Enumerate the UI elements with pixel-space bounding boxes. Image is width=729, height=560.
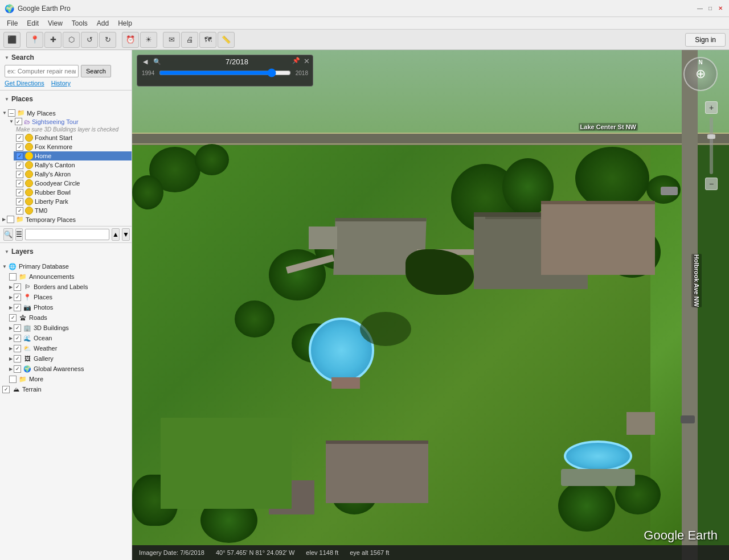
tree-borders[interactable]: ▶ 🏳 Borders and Labels	[7, 282, 132, 292]
home-checkbox[interactable]	[16, 153, 23, 160]
toolbar-polygon-btn[interactable]: ⬡	[63, 32, 80, 48]
tree-rubber-bowl[interactable]: Rubber Bowl	[14, 188, 132, 197]
global-awareness-checkbox[interactable]	[14, 365, 21, 373]
tree-tm0[interactable]: TM0	[14, 206, 132, 215]
search-button[interactable]: Search	[81, 65, 111, 77]
places-layer-checkbox[interactable]	[14, 294, 21, 301]
rubber-bowl-checkbox[interactable]	[16, 189, 23, 196]
tree-home[interactable]: Home	[14, 151, 132, 160]
photos-checkbox[interactable]	[14, 304, 21, 311]
weather-expand: ▶	[9, 346, 13, 351]
tree-gallery[interactable]: ▶ 🖼 Gallery	[7, 353, 132, 364]
satellite-background: Lake Center St NW Holbrook Ave NW	[132, 50, 729, 560]
terrain-checkbox[interactable]	[2, 386, 10, 393]
goodyear-checkbox[interactable]	[16, 180, 23, 187]
places-down-btn[interactable]: ▼	[122, 228, 130, 241]
menu-view[interactable]: View	[43, 18, 67, 28]
places-up-btn[interactable]: ▲	[112, 228, 120, 241]
places-section-header[interactable]: ▼ Places	[0, 93, 132, 105]
compass[interactable]: N ⊕	[683, 57, 718, 91]
tree-weather[interactable]: ▶ ⛅ Weather	[7, 343, 132, 353]
tree-places-layer[interactable]: ▶ 📍 Places	[7, 292, 132, 302]
tree-goodyear[interactable]: Goodyear Circle	[14, 179, 132, 188]
search-section-header[interactable]: ▼ Search	[5, 53, 127, 61]
announcements-checkbox[interactable]	[9, 273, 17, 281]
rallys-canton-checkbox[interactable]	[16, 162, 23, 169]
tree-temp-places[interactable]: ▶ 📁 Temporary Places	[0, 215, 132, 224]
rallys-akron-checkbox[interactable]	[16, 171, 23, 178]
toolbar-path-btn[interactable]: ✚	[44, 32, 62, 48]
gallery-checkbox[interactable]	[14, 355, 21, 363]
layers-section-header[interactable]: ▼ Layers	[0, 245, 132, 258]
get-directions-link[interactable]: Get Directions	[5, 80, 44, 87]
ocean-checkbox[interactable]	[14, 335, 21, 342]
tm0-icon	[25, 207, 33, 215]
timeline-slider[interactable]	[159, 68, 291, 77]
zoom-thumb[interactable]	[707, 134, 715, 139]
toolbar-tour-btn[interactable]: ↺	[81, 32, 98, 48]
tree-fox-kenmore[interactable]: Fox Kenmore	[14, 142, 132, 151]
tree-announcements[interactable]: 📁 Announcements	[7, 271, 132, 282]
tree-more[interactable]: 📁 More	[7, 374, 132, 384]
tree-sightseeing[interactable]: ▼ 🗁 Sightseeing Tour	[7, 117, 132, 126]
tree-primary-db[interactable]: ▼ 🌐 Primary Database	[0, 261, 132, 271]
zoom-out-btn[interactable]: −	[705, 178, 718, 190]
toolbar-placemark-btn[interactable]: 📍	[26, 32, 43, 48]
places-search-input[interactable]	[25, 229, 109, 240]
timeline-prev-btn[interactable]: ◀	[142, 58, 149, 65]
menu-help[interactable]: Help	[113, 18, 137, 28]
temp-places-checkbox[interactable]	[7, 216, 14, 223]
roads-checkbox[interactable]	[9, 314, 17, 322]
toolbar-squares-btn[interactable]: ⬛	[3, 32, 21, 48]
tree-my-places[interactable]: ▼ 📁 My Places	[0, 109, 132, 117]
signin-button[interactable]: Sign in	[685, 33, 726, 47]
places-list-btn[interactable]: ☰	[15, 228, 23, 241]
fox-kenmore-checkbox[interactable]	[16, 143, 23, 151]
close-button[interactable]: ✕	[716, 5, 724, 13]
timeline-zoom-out-btn[interactable]: 🔍	[152, 58, 162, 65]
maximize-button[interactable]: □	[706, 5, 714, 13]
timeline-close-btn[interactable]: ✕	[304, 57, 310, 65]
tree-3d-buildings[interactable]: ▶ 🏢 3D Buildings	[7, 323, 132, 333]
menu-edit[interactable]: Edit	[22, 18, 43, 28]
foxhunt-checkbox[interactable]	[16, 134, 23, 142]
zoom-in-btn[interactable]: +	[705, 101, 718, 114]
small-structure	[626, 412, 655, 435]
tm0-checkbox[interactable]	[16, 207, 23, 215]
toolbar-record-btn[interactable]: ↻	[99, 32, 116, 48]
menu-add[interactable]: Add	[92, 18, 113, 28]
history-link[interactable]: History	[51, 80, 71, 87]
toolbar-measure-btn[interactable]: 📏	[218, 32, 235, 48]
toolbar-print-btn[interactable]: 🖨	[181, 32, 198, 48]
my-places-checkbox[interactable]	[8, 109, 15, 117]
toolbar-sun-btn[interactable]: ☀	[140, 32, 157, 48]
timeline-pin-btn[interactable]: 📌	[292, 57, 300, 64]
3d-buildings-expand: ▶	[9, 326, 13, 331]
tree-global-awareness[interactable]: ▶ 🌍 Global Awareness	[7, 364, 132, 374]
3d-buildings-checkbox[interactable]	[14, 324, 21, 332]
tree-roads[interactable]: 🛣 Roads	[7, 312, 132, 323]
tree-photos[interactable]: ▶ 📷 Photos	[7, 302, 132, 312]
toolbar-email-btn[interactable]: ✉	[163, 32, 180, 48]
timeline-widget: 📌 ✕ ◀ 🔍 7/2018 1994 2018	[137, 55, 313, 87]
tree-ocean[interactable]: ▶ 🌊 Ocean	[7, 333, 132, 343]
toolbar-time-btn[interactable]: ⏰	[122, 32, 139, 48]
tree-rallys-canton[interactable]: Rally's Canton	[14, 160, 132, 170]
places-search-btn[interactable]: 🔍	[3, 228, 13, 241]
borders-checkbox[interactable]	[14, 283, 21, 291]
map-area[interactable]: Lake Center St NW Holbrook Ave NW 📌 ✕ ◀ …	[132, 50, 729, 560]
more-checkbox[interactable]	[9, 376, 17, 383]
toolbar-map-btn[interactable]: 🗺	[199, 32, 216, 48]
zoom-track[interactable]	[710, 117, 713, 174]
sightseeing-checkbox[interactable]	[15, 118, 22, 125]
tree-foxhunt[interactable]: Foxhunt Start	[14, 133, 132, 142]
tree-liberty-park[interactable]: Liberty Park	[14, 197, 132, 206]
menu-file[interactable]: File	[2, 18, 22, 28]
menu-tools[interactable]: Tools	[67, 18, 92, 28]
minimize-button[interactable]: —	[696, 5, 704, 13]
weather-checkbox[interactable]	[14, 345, 21, 352]
liberty-park-checkbox[interactable]	[16, 198, 23, 205]
search-input[interactable]	[5, 65, 79, 77]
tree-terrain[interactable]: ⛰ Terrain	[0, 384, 132, 394]
tree-rallys-akron[interactable]: Rally's Akron	[14, 170, 132, 179]
